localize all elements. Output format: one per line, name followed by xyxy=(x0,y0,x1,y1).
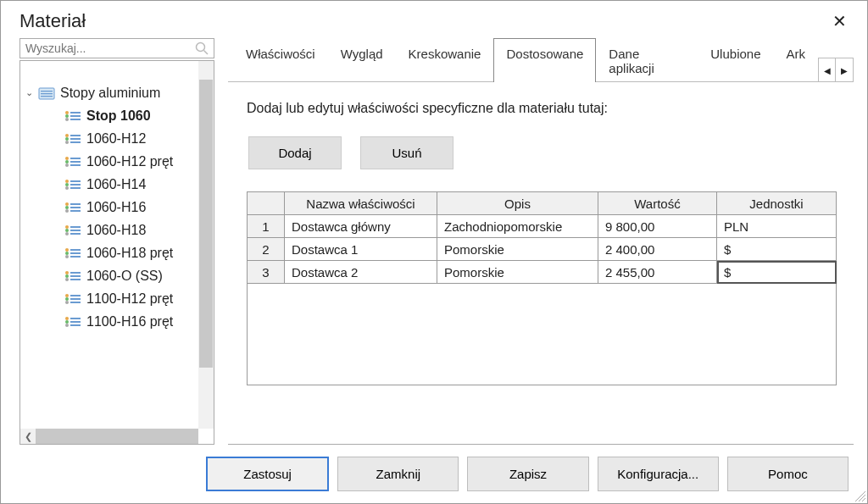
svg-rect-61 xyxy=(70,318,81,319)
tab-scroll-arrows: ◀ ▶ xyxy=(818,58,854,82)
search-field-wrapper xyxy=(19,38,214,58)
table-row[interactable]: 3Dostawca 2Pomorskie2 455,00$ xyxy=(248,261,837,284)
configuration-button[interactable]: Konfiguracja... xyxy=(598,457,719,491)
svg-rect-47 xyxy=(70,256,81,258)
svg-point-16 xyxy=(65,141,69,144)
table-row[interactable]: 2Dostawca 1Pomorskie2 400,00$ xyxy=(248,238,837,261)
row-number-cell: 3 xyxy=(248,261,285,284)
svg-point-58 xyxy=(65,301,69,304)
tab-dostosowane[interactable]: Dostosowane xyxy=(493,38,596,82)
row-number-cell: 1 xyxy=(248,215,285,238)
svg-rect-41 xyxy=(70,233,81,235)
tree-item[interactable]: 1060-H16 xyxy=(20,196,214,219)
tab-kreskowanie[interactable]: Kreskowanie xyxy=(396,38,494,82)
tab-body-dostosowane: Dodaj lub edytuj właściwości specyficzne… xyxy=(228,82,854,444)
svg-point-32 xyxy=(65,206,69,209)
tree-item[interactable]: 1100-H12 pręt xyxy=(20,287,214,310)
cell-value[interactable]: 2 400,00 xyxy=(598,238,717,261)
material-tree: ⌄ Stopy aluminium Stop 10601060-H121060-… xyxy=(19,60,214,445)
tab-scroll-left-icon[interactable]: ◀ xyxy=(819,58,836,82)
cell-unit[interactable]: $ xyxy=(717,261,837,284)
svg-rect-55 xyxy=(70,295,81,296)
cell-unit[interactable]: $ xyxy=(717,238,837,261)
list-item-icon xyxy=(64,247,81,259)
col-header-unit: Jednostki xyxy=(717,192,837,215)
list-item-icon xyxy=(64,202,81,213)
apply-button[interactable]: Zastosuj xyxy=(206,457,329,491)
col-header-value: Wartość xyxy=(598,192,717,215)
tree-item-label: 1060-H14 xyxy=(86,177,146,192)
list-item-icon xyxy=(64,133,81,145)
cell-unit[interactable]: PLN xyxy=(717,215,837,238)
cell-value[interactable]: 2 455,00 xyxy=(598,261,717,284)
svg-rect-53 xyxy=(70,279,81,280)
svg-rect-59 xyxy=(70,302,81,303)
cell-value[interactable]: 9 800,00 xyxy=(598,215,717,238)
add-button[interactable]: Dodaj xyxy=(248,136,342,169)
tab-dane aplikacji[interactable]: Dane aplikacji xyxy=(596,38,698,82)
tree-item[interactable]: 1060-O (SS) xyxy=(20,264,214,287)
tree-item[interactable]: 1060-H14 xyxy=(20,173,214,196)
search-icon xyxy=(195,42,209,55)
tree-horizontal-scrollbar[interactable]: ❮ xyxy=(20,429,198,444)
tab-ulubione[interactable]: Ulubione xyxy=(698,38,773,82)
cell-name[interactable]: Dostawca główny xyxy=(285,215,437,238)
tab-scroll-right-icon[interactable]: ▶ xyxy=(836,58,853,82)
svg-point-36 xyxy=(65,225,69,229)
svg-point-62 xyxy=(65,320,69,324)
svg-rect-19 xyxy=(70,158,81,159)
right-pane: WłaściwościWyglądKreskowanieDostosowaneD… xyxy=(228,38,854,445)
svg-point-48 xyxy=(65,271,69,274)
search-input[interactable] xyxy=(25,42,195,55)
folder-icon xyxy=(38,86,55,101)
svg-rect-63 xyxy=(70,321,81,323)
svg-rect-25 xyxy=(70,180,81,182)
remove-button[interactable]: Usuń xyxy=(360,136,453,169)
tree-item[interactable]: 1060-H12 xyxy=(20,127,214,150)
svg-point-54 xyxy=(65,294,69,297)
tree-item[interactable]: 1060-H18 xyxy=(20,219,214,241)
tree-root-aluminium-alloys[interactable]: ⌄ Stopy aluminium xyxy=(20,81,214,104)
scroll-left-icon[interactable]: ❮ xyxy=(20,431,36,442)
svg-rect-45 xyxy=(70,252,81,254)
svg-rect-4 xyxy=(41,93,53,94)
row-number-cell: 2 xyxy=(248,238,285,261)
tab-właściwości[interactable]: Właściwości xyxy=(233,38,328,82)
svg-point-28 xyxy=(65,186,69,190)
svg-rect-7 xyxy=(70,112,81,114)
help-button[interactable]: Pomoc xyxy=(727,457,849,491)
tree-item[interactable]: Stop 1060 xyxy=(20,104,214,127)
list-item-icon xyxy=(64,224,81,236)
list-item-icon xyxy=(64,110,81,122)
col-header-desc: Opis xyxy=(437,192,598,215)
resize-grip-icon[interactable] xyxy=(852,488,865,501)
cell-desc[interactable]: Pomorskie xyxy=(437,238,598,261)
close-button[interactable]: Zamknij xyxy=(337,457,459,491)
save-button[interactable]: Zapisz xyxy=(467,457,588,491)
tree-item[interactable]: 1100-H16 pręt xyxy=(20,310,214,333)
svg-rect-17 xyxy=(70,141,81,143)
col-header-rownum xyxy=(248,192,285,215)
svg-point-52 xyxy=(65,278,69,281)
material-dialog: Materiał ✕ ⌄ Stopy aluminium Stop 106010… xyxy=(0,0,868,504)
tree-root-label: Stopy aluminium xyxy=(60,86,160,101)
tabs-row: WłaściwościWyglądKreskowanieDostosowaneD… xyxy=(228,38,854,82)
tree-vertical-scrollbar[interactable] xyxy=(198,61,214,429)
chevron-down-icon[interactable]: ⌄ xyxy=(25,87,36,98)
table-row[interactable]: 1Dostawca głównyZachodniopomorskie9 800,… xyxy=(248,215,837,238)
cell-desc[interactable]: Pomorskie xyxy=(437,261,598,284)
close-icon[interactable]: ✕ xyxy=(826,9,854,33)
tree-item-label: 1060-H18 xyxy=(86,223,146,238)
list-item-icon xyxy=(64,179,81,191)
cell-name[interactable]: Dostawca 1 xyxy=(285,238,437,261)
tree-item[interactable]: 1060-H12 pręt xyxy=(20,150,214,173)
svg-point-40 xyxy=(65,232,69,235)
tree-item-label: 1060-H12 xyxy=(86,131,146,147)
svg-line-1 xyxy=(204,51,209,55)
tree-item-label: 1060-H16 xyxy=(86,200,146,215)
tab-ark[interactable]: Ark xyxy=(774,38,819,82)
cell-desc[interactable]: Zachodniopomorskie xyxy=(437,215,598,238)
tab-wygląd[interactable]: Wygląd xyxy=(328,38,396,82)
cell-name[interactable]: Dostawca 2 xyxy=(285,261,437,284)
tree-item[interactable]: 1060-H18 pręt xyxy=(20,241,214,264)
